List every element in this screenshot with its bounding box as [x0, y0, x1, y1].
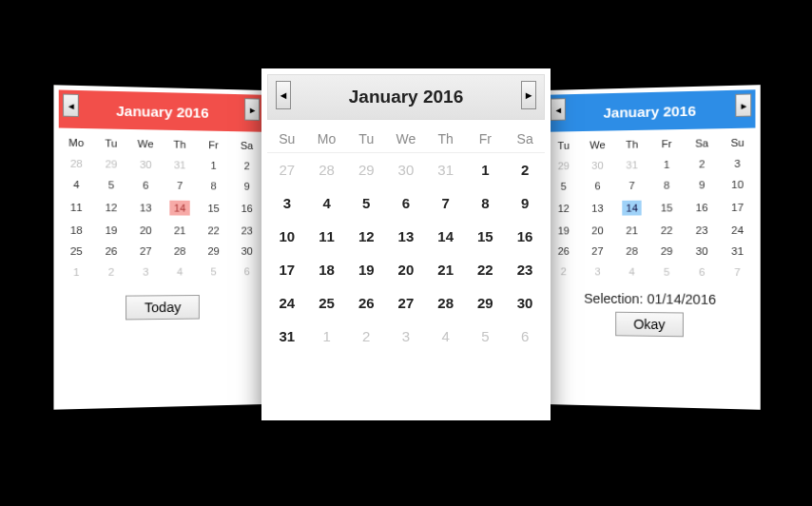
day-cell[interactable]: 9	[505, 186, 545, 220]
day-cell[interactable]: 29	[649, 241, 685, 262]
day-cell[interactable]: 13	[581, 196, 615, 221]
day-cell[interactable]: 5	[346, 186, 386, 220]
okay-button[interactable]: Okay	[615, 312, 684, 338]
day-cell[interactable]: 23	[230, 221, 263, 242]
day-cell[interactable]: 12	[94, 195, 128, 220]
day-cell[interactable]: 5	[547, 176, 581, 197]
day-cell[interactable]: 6	[581, 175, 615, 196]
day-cell[interactable]: 22	[649, 220, 685, 241]
day-cell[interactable]: 7	[426, 186, 466, 220]
day-cell[interactable]: 22	[197, 221, 230, 242]
day-cell[interactable]: 8	[197, 175, 230, 196]
day-cell[interactable]: 6	[505, 320, 545, 353]
day-cell[interactable]: 3	[267, 186, 307, 220]
day-cell[interactable]: 23	[505, 253, 545, 286]
day-cell[interactable]: 1	[466, 153, 506, 187]
day-cell[interactable]: 20	[128, 220, 163, 241]
day-cell[interactable]: 27	[581, 241, 615, 262]
day-cell[interactable]: 31	[267, 320, 307, 353]
day-cell[interactable]: 30	[386, 153, 426, 187]
day-cell[interactable]: 16	[505, 220, 545, 253]
day-cell[interactable]: 2	[346, 320, 386, 353]
day-cell[interactable]: 2	[505, 153, 545, 187]
day-cell[interactable]: 26	[94, 241, 128, 262]
day-cell[interactable]: 12	[346, 220, 386, 253]
day-cell[interactable]: 19	[94, 220, 128, 241]
day-cell[interactable]: 10	[267, 220, 307, 253]
day-cell[interactable]: 31	[720, 241, 756, 262]
day-cell[interactable]: 29	[94, 153, 128, 174]
day-cell[interactable]: 6	[128, 175, 163, 196]
day-cell[interactable]: 13	[128, 195, 163, 220]
day-cell[interactable]: 3	[386, 320, 426, 353]
day-cell[interactable]: 3	[720, 153, 756, 175]
day-cell[interactable]: 27	[267, 153, 307, 187]
day-cell[interactable]: 17	[720, 195, 756, 220]
prev-month-button[interactable]: ◂	[276, 81, 291, 109]
day-cell[interactable]: 19	[547, 221, 581, 242]
day-cell[interactable]: 14	[614, 196, 648, 221]
day-cell[interactable]: 11	[59, 195, 94, 220]
day-cell[interactable]: 25	[59, 241, 94, 262]
day-cell[interactable]: 30	[581, 155, 615, 176]
day-cell[interactable]: 19	[346, 253, 386, 286]
day-cell[interactable]: 18	[59, 220, 94, 241]
day-cell[interactable]: 4	[426, 320, 466, 353]
day-cell[interactable]: 18	[307, 253, 347, 286]
day-cell[interactable]: 27	[128, 241, 163, 262]
day-cell[interactable]: 21	[614, 220, 648, 241]
prev-month-button[interactable]: ◂	[63, 94, 79, 117]
day-cell[interactable]: 28	[307, 153, 347, 187]
day-cell[interactable]: 6	[230, 262, 263, 282]
day-cell[interactable]: 30	[230, 241, 263, 261]
day-cell[interactable]: 25	[307, 286, 347, 320]
day-cell[interactable]: 29	[346, 153, 386, 187]
day-cell[interactable]: 2	[230, 155, 263, 176]
day-cell[interactable]: 15	[197, 196, 230, 221]
day-cell[interactable]: 29	[547, 155, 581, 176]
day-cell[interactable]: 26	[547, 241, 581, 261]
day-cell[interactable]: 31	[163, 154, 197, 175]
day-cell[interactable]: 23	[685, 220, 720, 241]
day-cell[interactable]: 21	[163, 220, 197, 241]
day-cell[interactable]: 15	[649, 195, 685, 220]
day-cell[interactable]: 17	[267, 253, 307, 286]
day-cell[interactable]: 30	[685, 241, 720, 262]
day-cell[interactable]: 4	[307, 186, 347, 220]
day-cell[interactable]: 9	[230, 176, 263, 197]
day-cell[interactable]: 24	[720, 220, 756, 241]
day-cell[interactable]: 29	[466, 286, 506, 320]
day-cell[interactable]: 9	[685, 174, 720, 195]
day-cell[interactable]: 1	[59, 262, 94, 282]
day-cell[interactable]: 30	[505, 286, 545, 320]
day-cell[interactable]: 12	[547, 196, 581, 221]
day-cell[interactable]: 3	[128, 262, 163, 282]
day-cell[interactable]: 11	[307, 220, 347, 253]
day-cell[interactable]: 5	[197, 262, 230, 282]
day-cell[interactable]: 5	[649, 262, 685, 282]
day-cell[interactable]: 20	[581, 221, 615, 242]
day-cell[interactable]: 14	[426, 220, 466, 253]
day-cell[interactable]: 1	[649, 154, 685, 175]
day-cell[interactable]: 16	[685, 195, 720, 220]
day-cell[interactable]: 14	[163, 196, 197, 221]
day-cell[interactable]: 16	[230, 196, 263, 221]
day-cell[interactable]: 13	[386, 220, 426, 253]
day-cell[interactable]: 21	[426, 253, 466, 286]
day-cell[interactable]: 2	[94, 262, 128, 282]
day-cell[interactable]: 22	[466, 253, 506, 286]
day-cell[interactable]: 7	[163, 175, 197, 196]
day-cell[interactable]: 8	[466, 186, 506, 220]
day-cell[interactable]: 31	[614, 154, 648, 175]
day-cell[interactable]: 2	[685, 153, 720, 174]
day-cell[interactable]: 6	[386, 186, 426, 220]
day-cell[interactable]: 5	[466, 320, 506, 353]
day-cell[interactable]: 28	[614, 241, 648, 262]
day-cell[interactable]: 28	[163, 241, 197, 262]
day-cell[interactable]: 2	[547, 262, 581, 282]
day-cell[interactable]: 1	[197, 155, 230, 176]
day-cell[interactable]: 20	[386, 253, 426, 286]
day-cell[interactable]: 7	[614, 175, 648, 196]
day-cell[interactable]: 30	[128, 154, 163, 175]
day-cell[interactable]: 26	[346, 286, 386, 320]
